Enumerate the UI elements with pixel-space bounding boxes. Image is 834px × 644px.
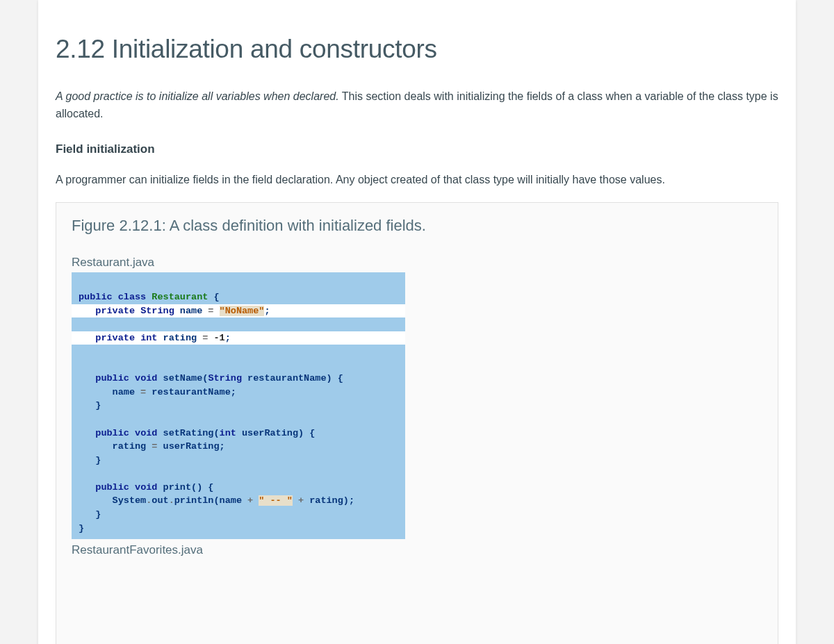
code-line-blank-2 [72,414,91,424]
code-line-1: public class Restaurant { [72,292,227,302]
field-init-body: A programmer can initialize fields in th… [56,172,778,189]
code-line-blank-3 [72,468,91,479]
code-block-restaurant: public class Restaurant { private String… [72,272,405,539]
code-line-11: } [72,455,108,465]
code-line-7: } [72,400,108,411]
file-label-restaurant: Restaurant.java [72,256,762,270]
field-init-heading: Field initialization [56,142,778,156]
intro-italic: A good practice is to initialize all var… [56,90,339,102]
code-line-6: name = restaurantName; [72,387,243,397]
code-line-5: public void setName(String restaurantNam… [72,373,350,383]
code-line-14: System.out.println(name + " -- " + ratin… [72,495,361,506]
code-line-3-highlight: private int rating = -1; [72,331,405,345]
code-line-2-highlight: private String name = "NoName"; [72,304,405,318]
content-card: 2.12 Initialization and constructors A g… [38,0,796,644]
code-line-blank-1 [72,360,91,370]
code-line-13: public void print() { [72,482,220,493]
page-wrapper: 2.12 Initialization and constructors A g… [0,0,834,644]
section-title: 2.12 Initialization and constructors [56,35,778,64]
file-label-restaurant-favorites: RestaurantFavorites.java [72,543,762,557]
code-line-9: public void setRating(int userRating) { [72,428,322,438]
intro-paragraph: A good practice is to initialize all var… [56,88,778,123]
code-line-10: rating = userRating; [72,441,232,452]
figure-box: Figure 2.12.1: A class definition with i… [56,202,778,644]
code-line-15: } [72,509,108,520]
code-line-16: } [72,523,91,534]
figure-title: Figure 2.12.1: A class definition with i… [72,217,762,235]
